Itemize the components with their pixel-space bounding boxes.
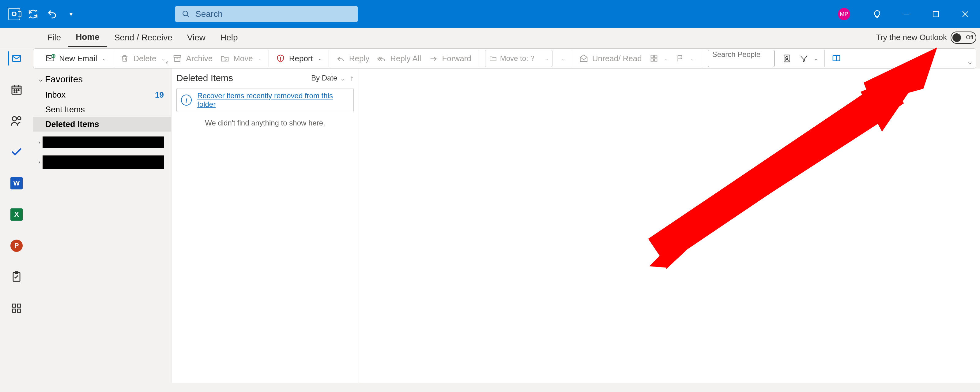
- account-node-2[interactable]: ›: [33, 151, 171, 171]
- search-input[interactable]: [196, 9, 351, 19]
- archive-icon: [172, 54, 182, 63]
- forward-icon: [428, 54, 438, 63]
- rail-mail-icon[interactable]: [8, 51, 22, 65]
- menu-bar: File Home Send / Receive View Help Try t…: [0, 28, 980, 47]
- svg-rect-3: [933, 11, 939, 17]
- close-button[interactable]: [951, 0, 980, 28]
- ribbon: New Email⌵ Delete⌵ Archive Move⌵: [33, 48, 976, 68]
- unread-read-button[interactable]: Unread/ Read: [579, 54, 642, 63]
- inbox-count: 19: [155, 90, 164, 100]
- recover-items-banner: i Recover items recently removed from th…: [177, 88, 354, 112]
- collapse-folder-pane-icon[interactable]: ‹: [166, 59, 168, 67]
- undo-icon[interactable]: [46, 8, 58, 20]
- recover-items-link[interactable]: Recover items recently removed from this…: [197, 92, 349, 109]
- reply-all-button[interactable]: Reply All: [377, 54, 421, 63]
- search-icon: [182, 10, 190, 18]
- search-people-input[interactable]: [708, 50, 775, 67]
- folder-move-icon: [489, 54, 497, 62]
- tab-home[interactable]: Home: [68, 28, 107, 47]
- svg-rect-35: [784, 55, 790, 62]
- tab-help[interactable]: Help: [213, 28, 245, 47]
- svg-point-36: [786, 57, 788, 59]
- categories-icon: [649, 54, 659, 63]
- svg-line-1: [187, 15, 189, 17]
- svg-rect-33: [651, 59, 653, 61]
- try-new-outlook-label: Try the new Outlook: [876, 33, 947, 42]
- maximize-button[interactable]: [921, 0, 951, 28]
- message-list-title: Deleted Items: [177, 73, 233, 83]
- envelope-open-icon: [579, 54, 589, 63]
- move-to-more-icon[interactable]: ⌵: [562, 55, 565, 62]
- svg-rect-32: [654, 56, 657, 58]
- immersive-reader-button[interactable]: [832, 54, 841, 63]
- redacted-account-2: [43, 156, 164, 169]
- reply-button[interactable]: Reply: [336, 54, 369, 63]
- move-icon: [220, 54, 230, 63]
- flag-button[interactable]: ⌵: [675, 54, 694, 63]
- reader-icon: [832, 54, 841, 63]
- address-book-icon: [782, 54, 792, 63]
- folder-deleted-items[interactable]: Deleted Items: [33, 117, 171, 132]
- info-icon: i: [181, 95, 192, 106]
- chevron-down-icon: ⌵: [341, 76, 345, 82]
- reply-all-icon: [377, 54, 387, 63]
- delete-button[interactable]: Delete⌵: [120, 54, 165, 63]
- trash-icon: [120, 54, 130, 63]
- svg-point-30: [280, 60, 281, 60]
- tab-view[interactable]: View: [180, 28, 213, 47]
- new-email-icon: [46, 54, 56, 63]
- tab-send-receive[interactable]: Send / Receive: [107, 28, 180, 47]
- empty-message: We didn't find anything to show here.: [177, 119, 354, 127]
- svg-rect-27: [175, 57, 180, 62]
- reply-icon: [336, 54, 345, 63]
- ribbon-expand-icon[interactable]: ⌵: [968, 59, 972, 66]
- address-book-button[interactable]: [782, 54, 792, 63]
- svg-rect-31: [651, 56, 653, 58]
- redacted-account-1: [43, 136, 164, 148]
- new-email-button[interactable]: New Email⌵: [46, 54, 106, 63]
- report-button[interactable]: Report⌵: [275, 54, 322, 63]
- try-new-outlook-toggle[interactable]: Off: [951, 32, 976, 44]
- reading-pane: [359, 68, 980, 383]
- sync-icon[interactable]: [27, 8, 39, 20]
- chevron-right-icon: ›: [38, 159, 40, 165]
- account-node-1[interactable]: ›: [33, 132, 171, 151]
- shield-icon: [275, 54, 285, 63]
- qat-dropdown-icon[interactable]: ▾: [65, 8, 77, 20]
- svg-rect-34: [654, 59, 657, 61]
- move-button[interactable]: Move⌵: [220, 54, 262, 63]
- filter-icon: [799, 54, 809, 63]
- outlook-app-icon: O: [8, 8, 20, 20]
- folder-inbox[interactable]: Inbox 19: [33, 87, 171, 102]
- chevron-right-icon: ›: [38, 140, 40, 145]
- avatar[interactable]: MP: [838, 8, 850, 20]
- chevron-down-icon: ⌵: [38, 75, 43, 83]
- svg-point-0: [183, 11, 188, 16]
- folder-pane: ‹ ⌵ Favorites Inbox 19 Sent Items Delete…: [33, 68, 172, 383]
- flag-icon: [675, 54, 685, 63]
- search-box[interactable]: [175, 6, 358, 22]
- message-list-pane: Deleted Items By Date ⌵ ↑ i Recover item…: [172, 68, 359, 383]
- sort-button[interactable]: By Date ⌵: [311, 74, 345, 83]
- try-new-outlook: Try the new Outlook Off: [876, 28, 976, 47]
- tips-icon[interactable]: [862, 0, 892, 28]
- categorize-button[interactable]: ⌵: [649, 54, 668, 63]
- sort-direction-button[interactable]: ↑: [350, 74, 354, 83]
- filter-button[interactable]: ⌵: [799, 54, 818, 63]
- move-to-dropdown[interactable]: Move to: ?⌵: [485, 50, 552, 67]
- forward-button[interactable]: Forward: [428, 54, 471, 63]
- folder-sent-items[interactable]: Sent Items: [33, 102, 171, 117]
- tab-file[interactable]: File: [40, 28, 68, 47]
- title-bar: O ▾ MP: [0, 0, 980, 28]
- minimize-button[interactable]: [892, 0, 921, 28]
- archive-button[interactable]: Archive: [172, 54, 213, 63]
- favorites-header[interactable]: ⌵ Favorites: [33, 68, 171, 87]
